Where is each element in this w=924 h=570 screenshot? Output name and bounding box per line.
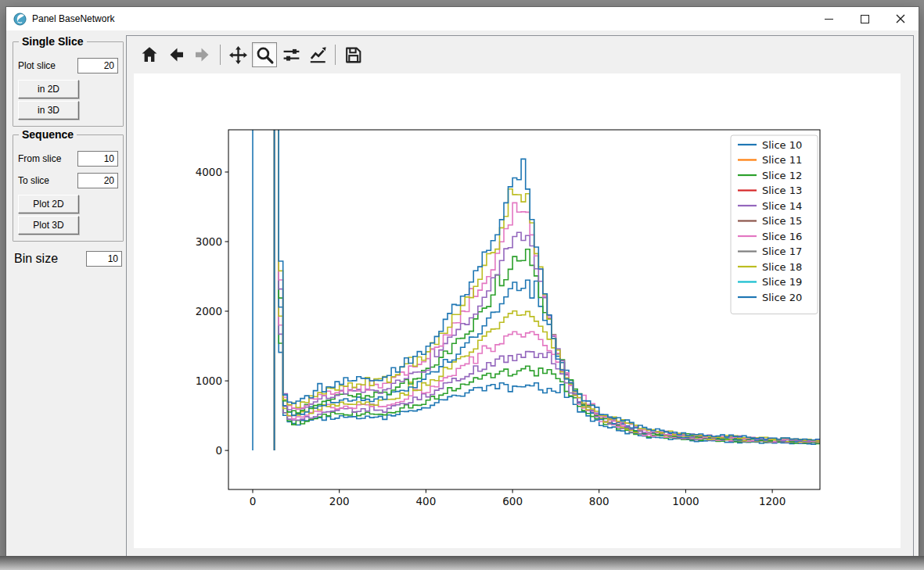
window-title: Panel BaseNetwork [32, 13, 114, 24]
bin-size-label: Bin size [14, 252, 58, 266]
from-slice-label: From slice [18, 153, 61, 164]
back-button[interactable] [164, 42, 189, 67]
pan-button[interactable] [225, 42, 250, 67]
svg-text:Slice 18: Slice 18 [762, 261, 802, 273]
save-floppy-icon [343, 45, 363, 65]
svg-text:Slice 16: Slice 16 [762, 231, 802, 242]
subplots-sliders-icon [282, 45, 301, 65]
svg-text:1200: 1200 [759, 495, 786, 507]
svg-text:1000: 1000 [196, 375, 222, 387]
save-button[interactable] [340, 42, 365, 67]
svg-text:Slice 12: Slice 12 [762, 170, 802, 181]
app-window: Panel BaseNetwork Single Slice Plot slic… [5, 6, 919, 558]
svg-text:Slice 17: Slice 17 [762, 246, 802, 257]
svg-text:3000: 3000 [196, 235, 222, 248]
control-sidebar: Single Slice Plot slice in 2D in 3D Sequ… [11, 34, 125, 267]
svg-text:2000: 2000 [196, 305, 222, 317]
matplotlib-toolbar [136, 41, 366, 68]
svg-text:200: 200 [329, 495, 350, 507]
plot-slice-input[interactable] [77, 58, 118, 73]
svg-text:Slice 14: Slice 14 [762, 200, 802, 212]
svg-text:600: 600 [502, 495, 523, 507]
plot-slice-label: Plot slice [18, 60, 56, 71]
in-3d-button[interactable]: in 3D [18, 101, 79, 120]
app-icon [13, 13, 27, 26]
svg-text:1000: 1000 [672, 495, 699, 507]
svg-text:Slice 19: Slice 19 [762, 276, 802, 288]
in-2d-button[interactable]: in 2D [18, 80, 79, 99]
maximize-icon [861, 15, 869, 23]
svg-text:0: 0 [250, 495, 257, 507]
sequence-group-title: Sequence [19, 128, 77, 141]
svg-text:Slice 11: Slice 11 [762, 154, 802, 166]
chart-legend: Slice 10Slice 11Slice 12Slice 13Slice 14… [731, 135, 818, 314]
desktop-background [0, 556, 924, 570]
forward-button[interactable] [190, 42, 215, 67]
subplots-button[interactable] [279, 42, 304, 67]
single-slice-group-title: Single Slice [19, 35, 87, 48]
svg-text:0: 0 [215, 444, 222, 457]
svg-text:Slice 10: Slice 10 [762, 139, 802, 151]
plot-3d-button[interactable]: Plot 3D [18, 216, 79, 235]
svg-text:Slice 13: Slice 13 [762, 185, 802, 196]
close-icon [896, 14, 905, 23]
zoom-magnifier-icon [255, 45, 275, 65]
plot-canvas-area: 01000200030004000020040060080010001200Sl… [126, 35, 914, 557]
home-icon [140, 45, 159, 64]
svg-text:400: 400 [416, 495, 437, 507]
maximize-button[interactable] [847, 7, 883, 30]
to-slice-label: To slice [18, 175, 49, 186]
toolbar-separator [335, 45, 336, 65]
close-button[interactable] [883, 7, 919, 30]
forward-arrow-icon [193, 45, 212, 64]
toolbar-separator [220, 45, 221, 65]
back-arrow-icon [167, 45, 185, 64]
minimize-button[interactable] [811, 7, 847, 30]
window-controls [811, 7, 919, 30]
zoom-button[interactable] [252, 42, 277, 67]
svg-text:4000: 4000 [196, 166, 222, 178]
minimize-icon [825, 19, 833, 20]
from-slice-input[interactable] [77, 151, 118, 167]
home-button[interactable] [137, 42, 162, 67]
histogram-figure[interactable]: 01000200030004000020040060080010001200Sl… [134, 73, 901, 548]
axes-edit-chart-icon [307, 45, 328, 65]
bin-size-row: Bin size [14, 251, 122, 267]
to-slice-input[interactable] [77, 173, 118, 188]
plot-2d-button[interactable]: Plot 2D [18, 195, 79, 213]
svg-text:Slice 15: Slice 15 [762, 215, 802, 227]
sequence-group: Sequence From slice To slice Plot 2D Plo… [13, 134, 124, 242]
title-bar: Panel BaseNetwork [6, 7, 919, 30]
customize-button[interactable] [305, 42, 330, 67]
svg-text:Slice 20: Slice 20 [762, 292, 802, 303]
svg-text:800: 800 [589, 495, 609, 507]
single-slice-group: Single Slice Plot slice in 2D in 3D [13, 41, 124, 127]
pan-move-icon [228, 45, 248, 65]
bin-size-input[interactable] [86, 251, 122, 267]
